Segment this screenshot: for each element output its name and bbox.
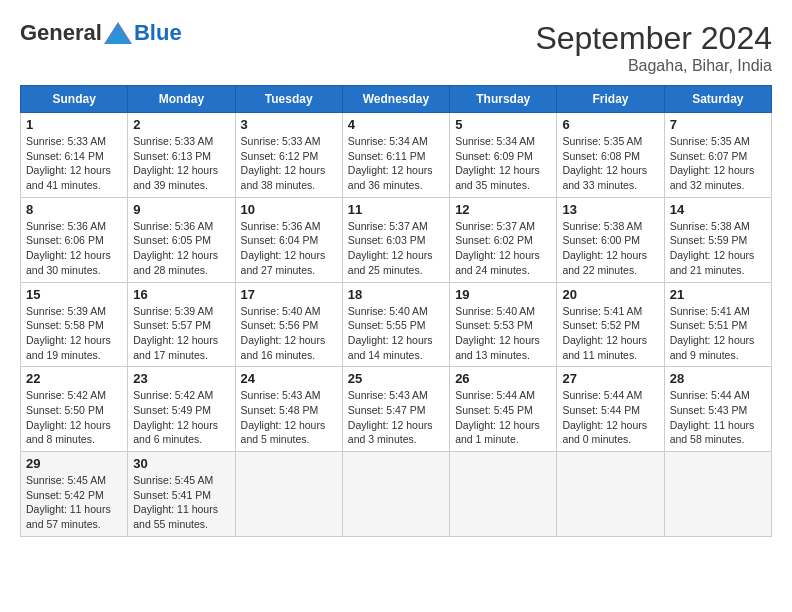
day-number: 22 [26,371,122,386]
day-info: Sunrise: 5:35 AM Sunset: 6:08 PM Dayligh… [562,134,658,193]
day-info: Sunrise: 5:44 AM Sunset: 5:44 PM Dayligh… [562,388,658,447]
day-info: Sunrise: 5:33 AM Sunset: 6:12 PM Dayligh… [241,134,337,193]
day-info: Sunrise: 5:37 AM Sunset: 6:02 PM Dayligh… [455,219,551,278]
calendar-cell: 10 Sunrise: 5:36 AM Sunset: 6:04 PM Dayl… [235,197,342,282]
day-number: 12 [455,202,551,217]
weekday-header-row: Sunday Monday Tuesday Wednesday Thursday… [21,86,772,113]
day-number: 18 [348,287,444,302]
day-info: Sunrise: 5:34 AM Sunset: 6:09 PM Dayligh… [455,134,551,193]
day-info: Sunrise: 5:34 AM Sunset: 6:11 PM Dayligh… [348,134,444,193]
day-info: Sunrise: 5:39 AM Sunset: 5:57 PM Dayligh… [133,304,229,363]
day-info: Sunrise: 5:43 AM Sunset: 5:47 PM Dayligh… [348,388,444,447]
calendar-cell [450,452,557,537]
day-number: 3 [241,117,337,132]
day-info: Sunrise: 5:45 AM Sunset: 5:42 PM Dayligh… [26,473,122,532]
day-info: Sunrise: 5:36 AM Sunset: 6:06 PM Dayligh… [26,219,122,278]
calendar-cell: 4 Sunrise: 5:34 AM Sunset: 6:11 PM Dayli… [342,113,449,198]
calendar-cell: 8 Sunrise: 5:36 AM Sunset: 6:06 PM Dayli… [21,197,128,282]
calendar-cell [557,452,664,537]
day-info: Sunrise: 5:36 AM Sunset: 6:05 PM Dayligh… [133,219,229,278]
day-number: 13 [562,202,658,217]
calendar-cell: 26 Sunrise: 5:44 AM Sunset: 5:45 PM Dayl… [450,367,557,452]
day-info: Sunrise: 5:36 AM Sunset: 6:04 PM Dayligh… [241,219,337,278]
calendar-cell: 5 Sunrise: 5:34 AM Sunset: 6:09 PM Dayli… [450,113,557,198]
day-number: 17 [241,287,337,302]
day-number: 14 [670,202,766,217]
day-info: Sunrise: 5:35 AM Sunset: 6:07 PM Dayligh… [670,134,766,193]
day-info: Sunrise: 5:40 AM Sunset: 5:56 PM Dayligh… [241,304,337,363]
calendar-cell: 23 Sunrise: 5:42 AM Sunset: 5:49 PM Dayl… [128,367,235,452]
day-info: Sunrise: 5:38 AM Sunset: 6:00 PM Dayligh… [562,219,658,278]
day-number: 15 [26,287,122,302]
header-saturday: Saturday [664,86,771,113]
day-number: 11 [348,202,444,217]
day-number: 5 [455,117,551,132]
day-info: Sunrise: 5:41 AM Sunset: 5:52 PM Dayligh… [562,304,658,363]
calendar-cell: 30 Sunrise: 5:45 AM Sunset: 5:41 PM Dayl… [128,452,235,537]
title-area: September 2024 Bagaha, Bihar, India [535,20,772,75]
calendar-row: 8 Sunrise: 5:36 AM Sunset: 6:06 PM Dayli… [21,197,772,282]
calendar-cell: 17 Sunrise: 5:40 AM Sunset: 5:56 PM Dayl… [235,282,342,367]
calendar-cell: 14 Sunrise: 5:38 AM Sunset: 5:59 PM Dayl… [664,197,771,282]
header-friday: Friday [557,86,664,113]
day-number: 16 [133,287,229,302]
day-info: Sunrise: 5:45 AM Sunset: 5:41 PM Dayligh… [133,473,229,532]
day-info: Sunrise: 5:33 AM Sunset: 6:14 PM Dayligh… [26,134,122,193]
month-title: September 2024 [535,20,772,57]
calendar-row: 22 Sunrise: 5:42 AM Sunset: 5:50 PM Dayl… [21,367,772,452]
calendar-cell: 21 Sunrise: 5:41 AM Sunset: 5:51 PM Dayl… [664,282,771,367]
day-info: Sunrise: 5:40 AM Sunset: 5:55 PM Dayligh… [348,304,444,363]
day-number: 27 [562,371,658,386]
calendar-cell: 3 Sunrise: 5:33 AM Sunset: 6:12 PM Dayli… [235,113,342,198]
day-number: 21 [670,287,766,302]
day-info: Sunrise: 5:44 AM Sunset: 5:45 PM Dayligh… [455,388,551,447]
calendar-cell: 27 Sunrise: 5:44 AM Sunset: 5:44 PM Dayl… [557,367,664,452]
logo: General Blue [20,20,182,46]
calendar-cell: 20 Sunrise: 5:41 AM Sunset: 5:52 PM Dayl… [557,282,664,367]
calendar-cell: 15 Sunrise: 5:39 AM Sunset: 5:58 PM Dayl… [21,282,128,367]
calendar-cell [342,452,449,537]
calendar-row: 15 Sunrise: 5:39 AM Sunset: 5:58 PM Dayl… [21,282,772,367]
header-sunday: Sunday [21,86,128,113]
calendar-cell: 16 Sunrise: 5:39 AM Sunset: 5:57 PM Dayl… [128,282,235,367]
day-number: 1 [26,117,122,132]
logo-icon [104,22,132,44]
header-tuesday: Tuesday [235,86,342,113]
day-number: 2 [133,117,229,132]
calendar-cell [664,452,771,537]
day-info: Sunrise: 5:39 AM Sunset: 5:58 PM Dayligh… [26,304,122,363]
calendar-cell: 22 Sunrise: 5:42 AM Sunset: 5:50 PM Dayl… [21,367,128,452]
day-info: Sunrise: 5:44 AM Sunset: 5:43 PM Dayligh… [670,388,766,447]
calendar-cell: 9 Sunrise: 5:36 AM Sunset: 6:05 PM Dayli… [128,197,235,282]
day-number: 25 [348,371,444,386]
day-number: 24 [241,371,337,386]
day-number: 30 [133,456,229,471]
calendar-cell: 13 Sunrise: 5:38 AM Sunset: 6:00 PM Dayl… [557,197,664,282]
day-number: 23 [133,371,229,386]
logo-general-text: General [20,20,102,46]
day-info: Sunrise: 5:42 AM Sunset: 5:49 PM Dayligh… [133,388,229,447]
day-info: Sunrise: 5:42 AM Sunset: 5:50 PM Dayligh… [26,388,122,447]
day-number: 19 [455,287,551,302]
header-thursday: Thursday [450,86,557,113]
calendar-row: 1 Sunrise: 5:33 AM Sunset: 6:14 PM Dayli… [21,113,772,198]
calendar-cell: 1 Sunrise: 5:33 AM Sunset: 6:14 PM Dayli… [21,113,128,198]
day-info: Sunrise: 5:41 AM Sunset: 5:51 PM Dayligh… [670,304,766,363]
calendar-cell: 7 Sunrise: 5:35 AM Sunset: 6:07 PM Dayli… [664,113,771,198]
day-number: 20 [562,287,658,302]
header-monday: Monday [128,86,235,113]
page-header: General Blue September 2024 Bagaha, Biha… [20,20,772,75]
logo-blue-text: Blue [134,20,182,46]
calendar-cell: 11 Sunrise: 5:37 AM Sunset: 6:03 PM Dayl… [342,197,449,282]
calendar-cell: 24 Sunrise: 5:43 AM Sunset: 5:48 PM Dayl… [235,367,342,452]
calendar-cell: 25 Sunrise: 5:43 AM Sunset: 5:47 PM Dayl… [342,367,449,452]
day-info: Sunrise: 5:43 AM Sunset: 5:48 PM Dayligh… [241,388,337,447]
day-number: 4 [348,117,444,132]
calendar-cell: 19 Sunrise: 5:40 AM Sunset: 5:53 PM Dayl… [450,282,557,367]
calendar-row: 29 Sunrise: 5:45 AM Sunset: 5:42 PM Dayl… [21,452,772,537]
day-number: 28 [670,371,766,386]
day-number: 9 [133,202,229,217]
calendar-cell: 12 Sunrise: 5:37 AM Sunset: 6:02 PM Dayl… [450,197,557,282]
day-number: 10 [241,202,337,217]
day-number: 26 [455,371,551,386]
